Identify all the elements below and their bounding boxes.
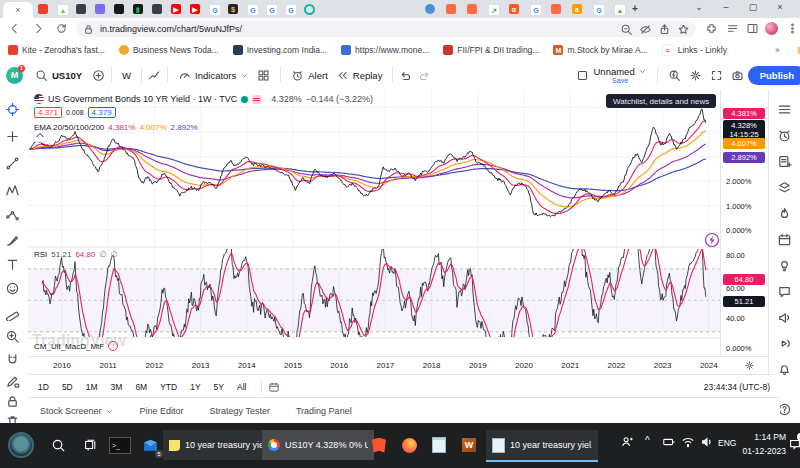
chart-type-icon[interactable] (148, 69, 161, 82)
firefox-icon[interactable] (396, 430, 422, 460)
reload-icon[interactable] (55, 22, 68, 35)
axis-settings-gear-icon[interactable] (744, 360, 755, 371)
forward-icon[interactable] (32, 22, 45, 35)
chart-area[interactable]: TradingView US Government Bonds 10 YR Yi… (28, 90, 720, 356)
tab-favicon-amazon[interactable]: a (572, 4, 582, 14)
tab-favicon-google6[interactable]: G (593, 4, 605, 16)
layout-name[interactable]: Unnamed (593, 66, 634, 77)
year-label-2020[interactable]: 2020 (512, 361, 536, 370)
ruler-tool-icon[interactable] (5, 306, 22, 323)
tab-favicon-app-orange3[interactable] (551, 4, 561, 14)
notepad-icon[interactable] (426, 430, 452, 460)
user-avatar[interactable]: M 1 (6, 67, 23, 84)
bookmark-business-news[interactable]: Business News Toda... (119, 45, 219, 55)
menu-dots-icon[interactable] (786, 22, 799, 35)
range-button-1y[interactable]: 1Y (186, 380, 204, 394)
task-view-icon[interactable] (76, 430, 104, 460)
crosshair-tool-icon[interactable] (5, 102, 22, 119)
tab-favicon-google3[interactable]: G (266, 4, 278, 16)
eye-off-icon[interactable] (639, 23, 652, 36)
indicator-error-icon[interactable]: ! (108, 341, 118, 351)
textT-tool-icon[interactable] (5, 257, 22, 274)
year-label-2011[interactable]: 2011 (96, 361, 120, 370)
brave-icon[interactable] (366, 430, 392, 460)
fullscreen-icon[interactable] (710, 69, 723, 82)
range-button-3m[interactable]: 3M (107, 380, 127, 394)
zoomin-tool-icon[interactable] (5, 329, 22, 346)
replay-button[interactable]: Replay (332, 69, 387, 82)
new-tab-button[interactable]: + (630, 4, 640, 14)
reading-list-icon[interactable] (726, 22, 739, 35)
tab-favicon-chart-site[interactable]: ↗ (488, 4, 500, 16)
symbol-legend-row[interactable]: US Government Bonds 10 YR Yield · 1W · T… (34, 94, 373, 104)
tab-favicon-google4[interactable]: G (285, 4, 297, 16)
public-chats-icon[interactable] (777, 310, 793, 326)
tab-favicon-teal-ring[interactable] (304, 4, 315, 15)
tab-favicon-app-dark2[interactable] (152, 4, 162, 14)
tab-favicon-app-orange2[interactable] (467, 4, 477, 14)
padlock-tool-icon[interactable] (5, 394, 22, 411)
minimize-button[interactable]: – (719, 2, 733, 12)
tab-favicon-youtube2[interactable]: ▶ (190, 4, 200, 14)
extensions-puzzle-icon[interactable] (705, 22, 718, 35)
macd-legend-row[interactable]: CM_Ult_MacD_MtF ! (34, 341, 118, 351)
undo-icon[interactable] (399, 69, 412, 82)
smiley-tool-icon[interactable] (5, 281, 22, 298)
range-button-ytd[interactable]: YTD (156, 380, 181, 394)
cross-tool-icon[interactable] (5, 129, 22, 146)
bookmark-mstock[interactable]: Mm.Stock by Mirae A... (553, 45, 647, 55)
word-icon[interactable]: W (456, 430, 482, 460)
year-label-2014[interactable]: 2014 (235, 361, 259, 370)
year-label-2018[interactable]: 2018 (420, 361, 444, 370)
layout-name-block[interactable]: Unnamed Save (593, 66, 646, 84)
bookmark-linkly[interactable]: ≈Links - Linkly (662, 44, 727, 56)
start-button[interactable] (6, 430, 36, 460)
pencillock-tool-icon[interactable] (5, 374, 22, 391)
tab-favicon-google2[interactable]: G (247, 4, 259, 16)
year-label-2017[interactable]: 2017 (373, 361, 397, 370)
mail-icon[interactable]: 5 (136, 430, 164, 460)
alerts-icon[interactable] (777, 128, 793, 144)
maximize-button[interactable]: ▢ (746, 2, 760, 12)
range-button-1d[interactable]: 1D (34, 380, 53, 394)
tab-favicon-console[interactable]: ▲ (57, 4, 69, 16)
tab-favicon-app-black[interactable] (114, 4, 124, 14)
settings-gear-icon[interactable] (689, 69, 702, 82)
tab-favicon-google5[interactable]: G (530, 4, 542, 16)
side-panel-icon[interactable] (746, 22, 759, 35)
streams-icon[interactable] (777, 336, 793, 352)
terminal-icon[interactable]: >_ (106, 430, 134, 460)
brush-tool-icon[interactable] (5, 233, 22, 250)
tab-favicon-app-dark[interactable] (76, 4, 86, 14)
speaker-icon[interactable] (700, 435, 714, 449)
wifi-icon[interactable] (681, 435, 695, 449)
ideas-icon[interactable] (777, 258, 793, 274)
tab-favicon-youtube[interactable]: ▶ (171, 4, 181, 14)
tab-favicon-kite[interactable] (38, 4, 48, 14)
xabcd-tool-icon[interactable] (5, 183, 22, 200)
redo-icon[interactable] (418, 69, 431, 82)
share-icon[interactable] (658, 23, 671, 36)
indicators-button[interactable]: Indicators (174, 69, 253, 82)
tab-favicon-google[interactable]: G (209, 4, 221, 16)
notepad-window[interactable]: 10 year treasury yiel... (486, 430, 598, 462)
zoom-icon[interactable] (620, 23, 633, 36)
profile-avatar[interactable] (765, 22, 778, 35)
panel-tab-trading-panel[interactable]: Trading Panel (296, 406, 352, 416)
tab-favicon-screener[interactable]: ▮ (133, 4, 143, 14)
tab-close-icon[interactable]: × (15, 5, 20, 15)
quick-search-icon[interactable] (668, 69, 681, 82)
bookmark-investing[interactable]: Investing.com India... (233, 45, 327, 55)
year-label-2016[interactable]: 2016 (327, 361, 351, 370)
magnet-tool-icon[interactable] (5, 352, 22, 369)
alert-button[interactable]: Alert (287, 69, 332, 82)
hotlists-icon[interactable] (777, 206, 793, 222)
clock-utc[interactable]: 23:44:34 (UTC-8) (704, 382, 770, 392)
tray-expand-chevron[interactable]: ^ (645, 435, 650, 446)
panel-tab-pine-editor[interactable]: Pine Editor (140, 406, 184, 416)
bookmark-kite[interactable]: Kite - Zerodha's fast... (8, 45, 105, 55)
trend-tool-icon[interactable] (5, 156, 22, 173)
ema-legend-row[interactable]: EMA 20/50/100/200 4.381% 4.007% 2.892% (34, 123, 198, 132)
time-axis[interactable]: 2010201120122013201420152016201720182019… (28, 356, 768, 375)
save-label[interactable]: Save (612, 77, 628, 84)
